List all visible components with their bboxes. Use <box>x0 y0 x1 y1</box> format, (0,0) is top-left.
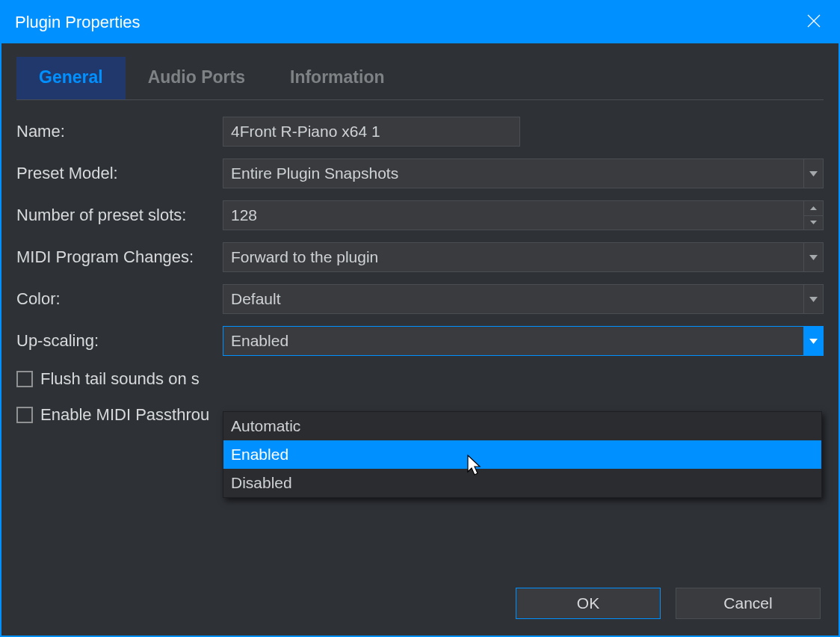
chevron-down-icon <box>803 243 823 271</box>
upscaling-combo[interactable]: Enabled <box>223 326 824 356</box>
slots-spinner[interactable]: 128 <box>223 200 824 230</box>
chevron-down-icon <box>803 159 823 188</box>
svg-marker-5 <box>809 255 818 260</box>
flush-checkbox[interactable] <box>16 371 33 387</box>
color-value: Default <box>231 290 281 308</box>
color-combo[interactable]: Default <box>223 284 824 314</box>
upscaling-option-enabled[interactable]: Enabled <box>223 440 821 469</box>
close-icon <box>806 13 821 31</box>
window-title: Plugin Properties <box>15 13 140 32</box>
plugin-properties-dialog: Plugin Properties General Audio Ports In… <box>0 0 840 637</box>
flush-label: Flush tail sounds on s <box>40 369 200 389</box>
tab-bar: General Audio Ports Information <box>16 57 824 100</box>
tab-information[interactable]: Information <box>268 57 407 99</box>
cancel-button[interactable]: Cancel <box>676 588 821 619</box>
upscaling-option-automatic[interactable]: Automatic <box>223 412 821 440</box>
chevron-down-icon <box>803 285 823 313</box>
slots-label: Number of preset slots: <box>16 206 223 225</box>
midi-pc-value: Forward to the plugin <box>231 248 378 266</box>
slots-value: 128 <box>231 206 257 224</box>
preset-model-combo[interactable]: Entire Plugin Snapshots <box>223 159 824 188</box>
slots-spin-down[interactable] <box>804 216 823 230</box>
chevron-down-icon <box>803 327 823 355</box>
dialog-footer: OK Cancel <box>16 588 824 622</box>
midi-pc-combo[interactable]: Forward to the plugin <box>223 242 824 272</box>
name-input[interactable] <box>223 117 520 147</box>
preset-model-label: Preset Model: <box>16 164 223 183</box>
slots-spin-buttons <box>803 201 823 230</box>
upscaling-label: Up-scaling: <box>16 331 223 351</box>
color-label: Color: <box>16 289 223 309</box>
svg-marker-4 <box>810 221 817 224</box>
svg-marker-3 <box>810 206 817 210</box>
dialog-body: General Audio Ports Information Name: Pr… <box>1 43 839 636</box>
slots-spin-up[interactable] <box>804 201 823 216</box>
midi-pc-label: MIDI Program Changes: <box>16 247 223 267</box>
upscaling-dropdown: Automatic Enabled Disabled <box>223 411 822 498</box>
svg-marker-7 <box>809 339 818 344</box>
close-button[interactable] <box>794 2 834 43</box>
svg-marker-2 <box>809 171 818 176</box>
tab-general[interactable]: General <box>16 57 126 99</box>
upscaling-option-disabled[interactable]: Disabled <box>223 469 821 497</box>
general-form: Name: Preset Model: Entire Plugin Snapsh… <box>16 117 824 425</box>
passthrough-checkbox[interactable] <box>16 407 33 423</box>
tab-audio-ports[interactable]: Audio Ports <box>126 57 268 99</box>
ok-button[interactable]: OK <box>516 588 661 619</box>
titlebar[interactable]: Plugin Properties <box>1 1 839 43</box>
svg-marker-6 <box>809 297 818 302</box>
passthrough-label: Enable MIDI Passthrou <box>40 405 209 425</box>
name-label: Name: <box>16 122 223 141</box>
upscaling-value: Enabled <box>231 332 288 350</box>
preset-model-value: Entire Plugin Snapshots <box>231 164 398 182</box>
flush-check-row: Flush tail sounds on s <box>16 369 824 389</box>
